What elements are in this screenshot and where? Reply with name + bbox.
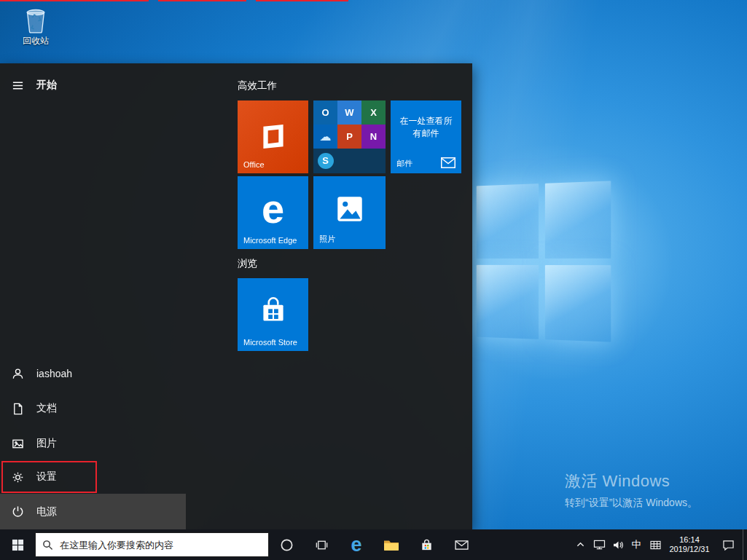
skype-icon: S xyxy=(318,153,334,169)
mail-icon xyxy=(455,540,469,551)
tray-ime-indicator[interactable]: 中 xyxy=(627,529,645,560)
tile-office-folder[interactable]: O W X ☁ P N S xyxy=(313,100,386,173)
cortana-button[interactable] xyxy=(269,529,304,560)
taskbar-file-explorer-button[interactable] xyxy=(374,529,409,560)
powerpoint-letter: P xyxy=(346,131,353,142)
empty-mini-tile xyxy=(337,149,361,173)
user-icon xyxy=(11,367,25,381)
power-label: 电源 xyxy=(36,505,57,518)
hamburger-icon xyxy=(11,79,25,92)
taskbar-edge-button[interactable]: e xyxy=(339,529,374,560)
edge-icon: e xyxy=(351,535,361,555)
tile-microsoft-store[interactable]: Microsoft Store xyxy=(238,278,308,351)
power-icon xyxy=(11,505,25,518)
task-view-icon xyxy=(315,538,329,552)
chevron-up-icon xyxy=(576,542,584,548)
tile-edge-label: Microsoft Edge xyxy=(243,236,297,245)
clock-time: 16:14 xyxy=(669,535,709,545)
tray-clock[interactable]: 16:14 2019/12/31 xyxy=(665,529,713,560)
onenote-mini-tile[interactable]: N xyxy=(361,125,386,149)
folder-icon xyxy=(383,538,399,551)
action-center-icon xyxy=(722,540,735,551)
recycle-bin-desktop-icon[interactable]: 回收站 xyxy=(10,6,61,47)
mail-tile-message: 在一处查看所有邮件 xyxy=(391,115,461,140)
onedrive-mini-tile[interactable]: ☁ xyxy=(313,125,337,149)
taskbar: e xyxy=(0,529,747,560)
skype-mini-tile[interactable]: S xyxy=(313,149,337,173)
documents-label: 文档 xyxy=(36,402,57,415)
outlook-letter: O xyxy=(321,107,329,118)
sidebar-item-user[interactable]: iashoah xyxy=(0,356,186,391)
tile-photos-label: 照片 xyxy=(319,234,335,245)
windows-logo-icon xyxy=(12,539,24,551)
clock-date: 2019/12/31 xyxy=(669,545,709,554)
taskbar-mail-button[interactable] xyxy=(444,529,479,560)
logo-pane xyxy=(477,264,539,339)
tile-office-label: Office xyxy=(243,160,265,169)
outlook-mini-tile[interactable]: O xyxy=(313,100,337,125)
tile-group-title-explore: 浏览 xyxy=(238,257,257,270)
excel-mini-tile[interactable]: X xyxy=(361,100,386,125)
ime-language-label: 中 xyxy=(632,538,641,551)
store-icon xyxy=(420,538,434,552)
pictures-label: 图片 xyxy=(36,437,57,450)
onedrive-cloud-icon: ☁ xyxy=(320,130,332,143)
search-icon xyxy=(42,540,53,551)
tile-photos[interactable]: 照片 xyxy=(313,176,386,249)
recycle-bin-label: 回收站 xyxy=(23,35,49,47)
logo-pane xyxy=(544,181,611,258)
recycle-bin-icon xyxy=(23,6,48,33)
user-name-label: iashoah xyxy=(36,368,72,379)
skype-letter: S xyxy=(322,155,329,166)
gear-icon xyxy=(11,470,25,484)
activation-subtitle: 转到“设置”以激活 Windows。 xyxy=(565,497,697,510)
edge-logo-icon: e xyxy=(262,189,284,229)
excel-letter: X xyxy=(370,107,377,118)
cortana-ring-icon xyxy=(280,538,294,552)
logo-pane xyxy=(477,184,539,258)
speaker-icon xyxy=(612,540,625,550)
network-icon xyxy=(593,540,606,550)
system-tray: 中 16:14 2019/12/31 xyxy=(571,529,747,560)
logo-pane xyxy=(544,265,611,342)
start-button[interactable] xyxy=(0,529,35,560)
start-header-label: 开始 xyxy=(36,79,57,92)
touch-keyboard-icon xyxy=(650,540,661,550)
search-input[interactable] xyxy=(60,540,262,551)
tile-mail[interactable]: 在一处查看所有邮件 邮件 xyxy=(391,100,461,173)
sidebar-item-documents[interactable]: 文档 xyxy=(0,391,186,426)
activation-title: 激活 Windows xyxy=(565,470,697,492)
sidebar-item-power[interactable]: 电源 xyxy=(0,494,186,529)
document-icon xyxy=(11,402,25,416)
show-desktop-button[interactable] xyxy=(743,529,747,560)
tile-mail-label: 邮件 xyxy=(396,158,412,169)
tile-microsoft-edge[interactable]: e Microsoft Edge xyxy=(238,176,308,249)
settings-label: 设置 xyxy=(36,470,57,484)
tray-network-button[interactable] xyxy=(590,529,609,560)
sidebar-item-settings[interactable]: 设置 xyxy=(0,460,186,494)
mail-envelope-icon xyxy=(441,157,455,168)
taskbar-store-button[interactable] xyxy=(409,529,444,560)
pictures-icon xyxy=(11,437,25,451)
powerpoint-mini-tile[interactable]: P xyxy=(337,125,361,149)
sidebar-item-pictures[interactable]: 图片 xyxy=(0,426,186,461)
onenote-letter: N xyxy=(370,131,377,142)
taskbar-search-box[interactable] xyxy=(35,532,269,557)
windows-desktop: 回收站 激活 Windows 转到“设置”以激活 Windows。 开始 ias… xyxy=(0,0,747,560)
task-view-button[interactable] xyxy=(304,529,339,560)
action-center-button[interactable] xyxy=(713,529,743,560)
start-menu: 开始 iashoah 文档 xyxy=(0,63,472,529)
activation-watermark: 激活 Windows 转到“设置”以激活 Windows。 xyxy=(565,470,697,510)
tray-touch-keyboard-button[interactable] xyxy=(645,529,665,560)
tile-office[interactable]: Office xyxy=(238,100,308,173)
word-letter: W xyxy=(345,107,353,118)
start-menu-expand-button[interactable]: 开始 xyxy=(0,68,186,103)
empty-mini-tile xyxy=(361,149,386,173)
tray-volume-button[interactable] xyxy=(609,529,627,560)
windows-hero-logo xyxy=(477,181,611,342)
tile-group-title-productivity: 高效工作 xyxy=(238,79,277,92)
word-mini-tile[interactable]: W xyxy=(337,100,361,125)
tray-show-hidden-icons-button[interactable] xyxy=(571,529,590,560)
tile-store-label: Microsoft Store xyxy=(243,338,297,347)
